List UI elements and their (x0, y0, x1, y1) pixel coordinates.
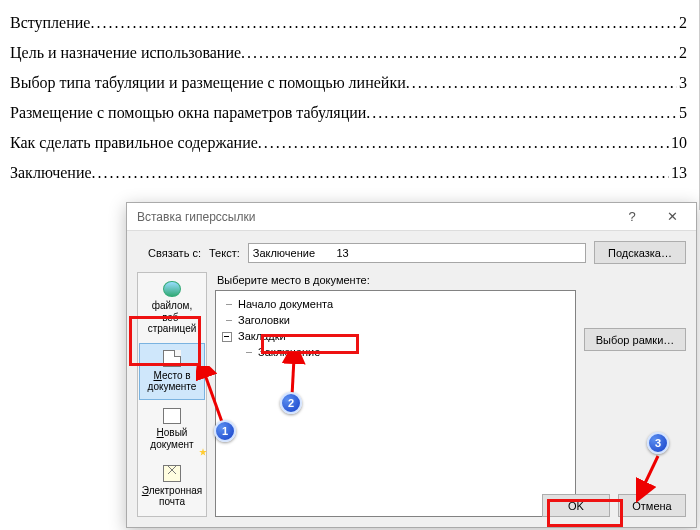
annotation-badge-2: 2 (280, 392, 302, 414)
toc-leader (258, 134, 669, 152)
toc-row: Заключение 13 (10, 164, 687, 182)
toc-leader (406, 74, 677, 92)
hyperlink-dialog: Вставка гиперссылки ? ✕ Связать с: Текст… (126, 202, 697, 528)
tree-node-headings[interactable]: Заголовки (222, 313, 569, 329)
text-label: Текст: (209, 247, 240, 259)
dialog-title: Вставка гиперссылки (137, 210, 612, 224)
globe-icon (163, 281, 181, 297)
close-button[interactable]: ✕ (652, 204, 692, 230)
category-email[interactable]: Электронная почта (139, 458, 205, 515)
page-target-icon (163, 350, 181, 367)
toc-leader (366, 104, 677, 122)
toc-title: Вступление (10, 14, 90, 32)
display-text-input[interactable] (248, 243, 586, 263)
center-area: Выберите место в документе: Начало докум… (215, 272, 576, 517)
toc-row: Размещение с помощью окна параметров таб… (10, 104, 687, 122)
hint-button[interactable]: Подсказка… (594, 241, 686, 264)
toc-page: 3 (677, 74, 687, 92)
new-doc-icon (163, 408, 181, 425)
dialog-body: файлом, веб-страницей Место в документе … (127, 272, 696, 527)
text-row: Связать с: Текст: Подсказка… (127, 231, 696, 272)
category-label: файлом, веб-страницей (142, 300, 202, 335)
link-category-panel: файлом, веб-страницей Место в документе … (137, 272, 207, 517)
toc-title: Выбор типа табуляции и размещение с помо… (10, 74, 406, 92)
category-label: Место в документе (142, 370, 202, 393)
category-label: Новый документ (142, 427, 202, 450)
document-places-tree[interactable]: Начало документа Заголовки Закладки Закл… (215, 290, 576, 517)
category-new-document[interactable]: Новый документ (139, 401, 205, 458)
dialog-titlebar[interactable]: Вставка гиперссылки ? ✕ (127, 203, 696, 231)
toc-page: 2 (677, 14, 687, 32)
toc-row: Цель и назначение использование 2 (10, 44, 687, 62)
toc: Вступление 2 Цель и назначение использов… (0, 0, 700, 210)
right-column: Выбор рамки… (584, 272, 686, 517)
select-place-label: Выберите место в документе: (217, 274, 576, 286)
toc-title: Цель и назначение использование (10, 44, 241, 62)
category-file-web[interactable]: файлом, веб-страницей (139, 274, 205, 342)
cancel-button[interactable]: Отмена (618, 494, 686, 517)
tree-node-bookmarks[interactable]: Закладки (222, 329, 569, 345)
help-button[interactable]: ? (612, 204, 652, 230)
mail-icon (163, 465, 181, 482)
toc-page: 5 (677, 104, 687, 122)
toc-leader (241, 44, 677, 62)
category-place-in-document[interactable]: Место в документе (139, 343, 205, 400)
dialog-footer: OK Отмена (542, 494, 686, 517)
link-with-label: Связать с: (137, 247, 201, 259)
toc-page: 10 (669, 134, 687, 152)
annotation-badge-3: 3 (647, 432, 669, 454)
tree-node-start[interactable]: Начало документа (222, 297, 569, 313)
tree-node-bookmark-item[interactable]: Заключение (222, 345, 569, 361)
toc-row: Выбор типа табуляции и размещение с помо… (10, 74, 687, 92)
toc-title: Заключение (10, 164, 92, 182)
annotation-badge-1: 1 (214, 420, 236, 442)
toc-title: Размещение с помощью окна параметров таб… (10, 104, 366, 122)
toc-page: 2 (677, 44, 687, 62)
frame-select-button[interactable]: Выбор рамки… (584, 328, 686, 351)
toc-row: Вступление 2 (10, 14, 687, 32)
ok-button[interactable]: OK (542, 494, 610, 517)
toc-leader (90, 14, 677, 32)
toc-title: Как сделать правильное содержание (10, 134, 258, 152)
category-label: Электронная почта (142, 485, 202, 508)
toc-row: Как сделать правильное содержание 10 (10, 134, 687, 152)
toc-page: 13 (669, 164, 687, 182)
toc-leader (92, 164, 669, 182)
